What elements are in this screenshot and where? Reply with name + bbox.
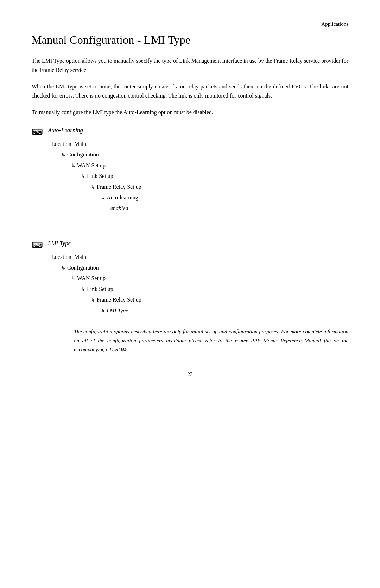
- auto-learning-location: Location: Main ↳Configuration ↳WAN Set u…: [51, 139, 348, 214]
- enabled-text: enabled: [51, 203, 348, 213]
- lmi-type-block: ⌨ LMI Type Location: Main ↳Configuration…: [32, 240, 348, 316]
- arrow-9: ↳: [91, 297, 95, 303]
- paragraph-1: The LMI Type option allows you to manual…: [32, 56, 348, 75]
- location-main-2: Location: Main: [51, 252, 348, 262]
- arrow-8: ↳: [81, 286, 86, 292]
- page-header: Applications: [32, 21, 348, 27]
- nav-item-frame-relay-1: ↳Frame Relay Set up: [51, 182, 348, 192]
- nav-text-8: Link Set up: [87, 286, 113, 292]
- lmi-type-row: ⌨ LMI Type: [32, 240, 348, 250]
- nav-item-link-1: ↳Link Set up: [51, 171, 348, 181]
- nav-text-10: LMI Type: [107, 308, 128, 314]
- lmi-type-location: Location: Main ↳Configuration ↳WAN Set u…: [51, 252, 348, 316]
- nav-item-auto-learning: ↳Auto-learning: [51, 192, 348, 203]
- nav-text-7: WAN Set up: [77, 275, 106, 281]
- nav-item-wan-2: ↳WAN Set up: [51, 273, 348, 284]
- arrow-7: ↳: [71, 276, 76, 281]
- location-main-1: Location: Main: [51, 139, 348, 149]
- lmi-type-label: LMI Type: [48, 240, 71, 247]
- auto-learning-label: Auto-Learning: [48, 127, 83, 134]
- section-label: Applications: [321, 21, 348, 27]
- auto-learning-row: ⌨ Auto-Learning: [32, 127, 348, 137]
- nav-item-wan-1: ↳WAN Set up: [51, 160, 348, 171]
- paragraph-2: When the LMI type is set to none, the ro…: [32, 82, 348, 101]
- keyboard-icon-2: ⌨: [32, 241, 43, 250]
- nav-text-1: Configuration: [67, 151, 99, 157]
- arrow-10: ↳: [101, 308, 105, 314]
- page-number: 23: [32, 371, 348, 377]
- nav-item-frame-relay-2: ↳Frame Relay Set up: [51, 295, 348, 305]
- footer-note: The configuration options described here…: [74, 327, 348, 354]
- nav-item-configuration-1: ↳Configuration: [51, 149, 348, 160]
- arrow-3: ↳: [81, 173, 86, 179]
- nav-item-lmi-type: ↳LMI Type: [51, 305, 348, 316]
- nav-item-link-2: ↳Link Set up: [51, 284, 348, 295]
- nav-text-9: Frame Relay Set up: [97, 297, 141, 303]
- arrow-1: ↳: [61, 152, 66, 157]
- arrow-2: ↳: [71, 163, 76, 168]
- nav-item-configuration-2: ↳Configuration: [51, 262, 348, 273]
- arrow-5: ↳: [101, 195, 105, 200]
- nav-text-5: Auto-learning: [107, 194, 138, 200]
- auto-learning-block: ⌨ Auto-Learning Location: Main ↳Configur…: [32, 127, 348, 214]
- keyboard-icon-1: ⌨: [32, 128, 43, 137]
- paragraph-3: To manually configure the LMI type the A…: [32, 108, 348, 117]
- arrow-4: ↳: [91, 184, 95, 190]
- page: Applications Manual Configuration - LMI …: [0, 0, 380, 588]
- nav-text-6: Configuration: [67, 265, 99, 271]
- nav-text-2: WAN Set up: [77, 162, 106, 168]
- nav-text-3: Link Set up: [87, 173, 113, 179]
- page-title: Manual Configuration - LMI Type: [32, 33, 348, 47]
- arrow-6: ↳: [61, 265, 66, 271]
- nav-text-4: Frame Relay Set up: [97, 184, 141, 190]
